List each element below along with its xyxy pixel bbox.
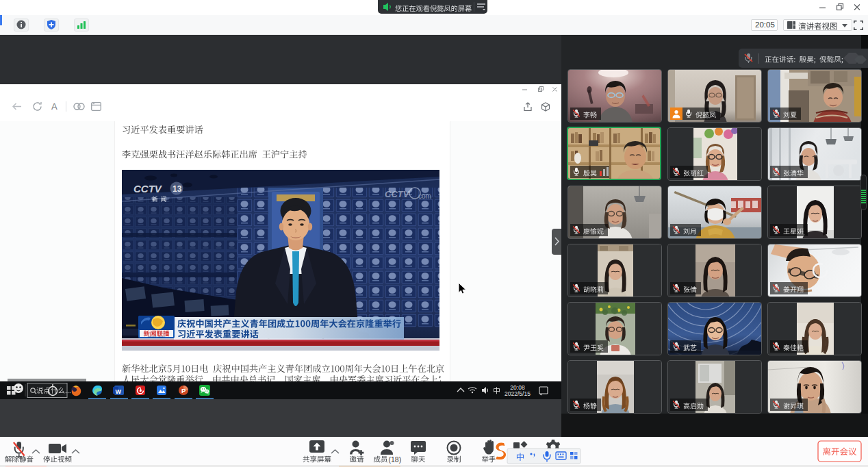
svg-text:W: W: [116, 388, 122, 395]
svg-text:P: P: [181, 387, 186, 394]
svg-text:(18): (18): [389, 455, 402, 464]
svg-text:20:08: 20:08: [510, 384, 525, 391]
svg-text:CCTV: CCTV: [133, 183, 163, 194]
svg-text:XINWEN LIANBO: XINWEN LIANBO: [148, 336, 166, 339]
svg-text:13: 13: [173, 184, 182, 194]
svg-text:CCTV: CCTV: [385, 189, 410, 199]
svg-text:2022/5/15: 2022/5/15: [505, 390, 531, 397]
svg-text:com: com: [418, 192, 431, 200]
